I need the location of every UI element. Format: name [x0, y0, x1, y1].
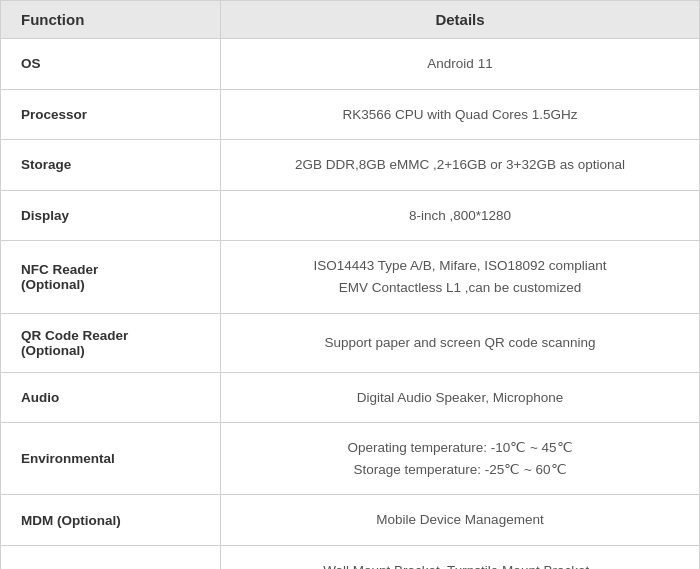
row-function-bracket: Bracket (Optional)	[1, 546, 221, 569]
table-row: Display8-inch ,800*1280	[1, 191, 699, 242]
row-details-bracket: Wall Mount Bracket, Turnstile Mount Brac…	[221, 546, 699, 569]
row-details-os: Android 11	[221, 39, 699, 89]
table-row: MDM (Optional) Mobile Device Management	[1, 495, 699, 546]
header-details: Details	[221, 1, 699, 38]
row-function-os: OS	[1, 39, 221, 89]
row-function-display: Display	[1, 191, 221, 241]
table-row: QR Code Reader (Optional)Support paper a…	[1, 314, 699, 373]
table-row: ProcessorRK3566 CPU with Quad Cores 1.5G…	[1, 90, 699, 141]
table-row: AudioDigital Audio Speaker, Microphone	[1, 373, 699, 424]
table-row: OSAndroid 11	[1, 39, 699, 90]
table-body: OSAndroid 11ProcessorRK3566 CPU with Qua…	[1, 39, 699, 569]
row-details-storage: 2GB DDR,8GB eMMC ,2+16GB or 3+32GB as op…	[221, 140, 699, 190]
header-function: Function	[1, 1, 221, 38]
row-function-audio: Audio	[1, 373, 221, 423]
row-details-qr-code-reader: Support paper and screen QR code scannin…	[221, 314, 699, 372]
table-row: Storage2GB DDR,8GB eMMC ,2+16GB or 3+32G…	[1, 140, 699, 191]
row-function-nfc-reader: NFC Reader (Optional)	[1, 241, 221, 312]
row-function-qr-code-reader: QR Code Reader (Optional)	[1, 314, 221, 372]
row-function-processor: Processor	[1, 90, 221, 140]
row-function-storage: Storage	[1, 140, 221, 190]
specs-table: Function Details OSAndroid 11ProcessorRK…	[0, 0, 700, 569]
table-row: EnvironmentalOperating temperature: -10℃…	[1, 423, 699, 495]
row-details-nfc-reader: ISO14443 Type A/B, Mifare, ISO18092 comp…	[221, 241, 699, 312]
table-row: NFC Reader (Optional)ISO14443 Type A/B, …	[1, 241, 699, 313]
table-header: Function Details	[1, 1, 699, 39]
row-function-mdm: MDM (Optional)	[1, 495, 221, 545]
row-details-processor: RK3566 CPU with Quad Cores 1.5GHz	[221, 90, 699, 140]
row-details-mdm: Mobile Device Management	[221, 495, 699, 545]
row-details-display: 8-inch ,800*1280	[221, 191, 699, 241]
table-row: Bracket (Optional)Wall Mount Bracket, Tu…	[1, 546, 699, 569]
row-details-environmental: Operating temperature: -10℃ ~ 45℃ Storag…	[221, 423, 699, 494]
row-function-environmental: Environmental	[1, 423, 221, 494]
row-details-audio: Digital Audio Speaker, Microphone	[221, 373, 699, 423]
